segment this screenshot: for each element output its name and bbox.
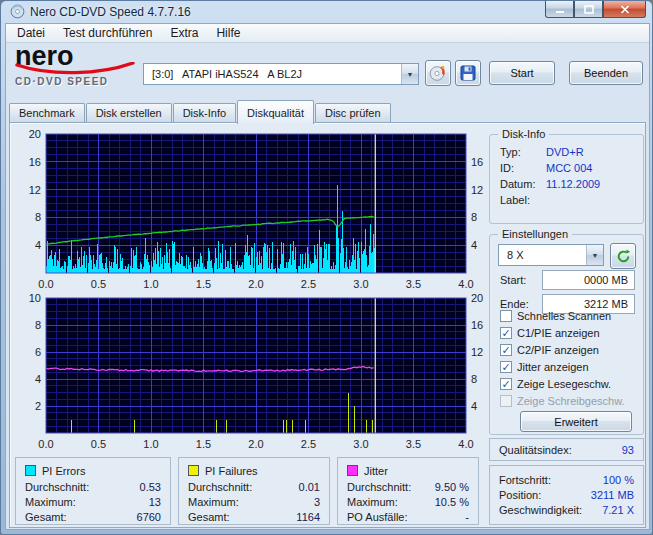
tab-diskqualität[interactable]: Diskqualität bbox=[237, 100, 314, 124]
svg-text:2.5: 2.5 bbox=[301, 278, 316, 290]
svg-text:4: 4 bbox=[35, 373, 41, 385]
stat-label: Durchschnitt: bbox=[25, 481, 89, 493]
svg-text:4: 4 bbox=[35, 239, 41, 251]
progress-row-geschwindigkeit: Geschwindigkeit:7.21 X bbox=[499, 503, 634, 518]
tab-benchmark[interactable]: Benchmark bbox=[9, 103, 85, 122]
svg-text:1.5: 1.5 bbox=[196, 438, 211, 450]
svg-text:16: 16 bbox=[471, 319, 483, 331]
minimize-button[interactable] bbox=[545, 1, 574, 18]
svg-text:0.5: 0.5 bbox=[91, 278, 106, 290]
refresh-icon bbox=[616, 249, 631, 264]
progress-label: Fortschritt: bbox=[499, 474, 551, 486]
progress-panel: Fortschritt:100 %Position:3211 MBGeschwi… bbox=[489, 465, 644, 525]
speed-selector[interactable]: 8 X ▼ bbox=[498, 244, 604, 266]
svg-text:2.0: 2.0 bbox=[248, 278, 263, 290]
stat-row-gesamt: Gesamt:1164 bbox=[188, 509, 320, 524]
advanced-button[interactable]: Erweitert bbox=[520, 411, 632, 432]
stat-row-maximum: Maximum:13 bbox=[25, 494, 161, 509]
menu-item-test-durchführen[interactable]: Test durchführen bbox=[54, 24, 161, 42]
stat-title: Jitter bbox=[364, 465, 388, 477]
field-start: Start:0000 MB bbox=[490, 268, 643, 292]
checkbox-jitter-anzeigen[interactable]: ✓Jitter anzeigen bbox=[490, 358, 643, 375]
burn-disc-button[interactable] bbox=[425, 60, 451, 86]
svg-text:4: 4 bbox=[471, 239, 477, 251]
stat-title: PI Failures bbox=[205, 465, 258, 477]
stat-label: Maximum: bbox=[188, 496, 239, 508]
checkbox-box bbox=[500, 310, 512, 322]
settings-title: Einstellungen bbox=[498, 228, 572, 240]
checkbox-zeige-lesegeschw[interactable]: ✓Zeige Lesegeschw. bbox=[490, 375, 643, 392]
checkbox-box bbox=[500, 395, 512, 407]
legend-swatch-pi-failures bbox=[188, 465, 199, 476]
legend-swatch-pi-errors bbox=[25, 465, 36, 476]
refresh-button[interactable] bbox=[610, 243, 636, 269]
speed-selector-value: 8 X bbox=[499, 249, 586, 261]
disk-info-row-id: ID:MCC 004 bbox=[490, 160, 643, 176]
svg-text:0.0: 0.0 bbox=[38, 278, 53, 290]
field-input-start[interactable]: 0000 MB bbox=[542, 270, 635, 290]
menu-item-hilfe[interactable]: Hilfe bbox=[207, 24, 249, 42]
stat-label: Maximum: bbox=[25, 496, 76, 508]
svg-text:12: 12 bbox=[471, 184, 483, 196]
stat-value: 0.01 bbox=[299, 481, 320, 493]
disk-info-value: 11.12.2009 bbox=[546, 178, 600, 190]
start-button[interactable]: Start bbox=[489, 61, 555, 85]
maximize-icon bbox=[584, 5, 594, 14]
window-title: Nero CD-DVD Speed 4.7.7.16 bbox=[30, 5, 191, 19]
svg-text:3.0: 3.0 bbox=[353, 278, 368, 290]
tab-disk-erstellen[interactable]: Disk erstellen bbox=[86, 103, 172, 122]
menu-item-extra[interactable]: Extra bbox=[161, 24, 207, 42]
disk-info-label: Datum: bbox=[500, 178, 546, 190]
checkbox-label: C1/PIE anzeigen bbox=[517, 327, 600, 339]
stat-title: PI Errors bbox=[42, 465, 85, 477]
pi-errors-chart: 201612841612840.00.51.01.52.02.53.03.54.… bbox=[11, 129, 487, 293]
chevron-down-icon: ▼ bbox=[401, 64, 418, 84]
stat-row-maximum: Maximum:3 bbox=[188, 494, 320, 509]
disc-burn-icon bbox=[429, 64, 447, 82]
stat-label: Gesamt: bbox=[188, 511, 230, 523]
maximize-button[interactable] bbox=[574, 1, 603, 18]
stat-label: Durchschnitt: bbox=[188, 481, 252, 493]
stat-value: 13 bbox=[149, 496, 161, 508]
svg-text:20: 20 bbox=[471, 293, 483, 304]
drive-selector[interactable]: [3:0] ATAPI iHAS524 A BL2J ▼ bbox=[143, 63, 419, 85]
stat-row-durchschnitt: Durchschnitt:0.53 bbox=[25, 479, 161, 494]
tab-disc-prüfen[interactable]: Disc prüfen bbox=[315, 103, 391, 122]
svg-text:8: 8 bbox=[471, 373, 477, 385]
close-button[interactable] bbox=[603, 1, 646, 18]
progress-label: Position: bbox=[499, 489, 541, 501]
tab-disk-info[interactable]: Disk-Info bbox=[173, 103, 236, 122]
stat-label: Maximum: bbox=[347, 496, 398, 508]
checkbox-c2-pif-anzeigen[interactable]: ✓C2/PIF anzeigen bbox=[490, 341, 643, 358]
disk-info-label: Typ: bbox=[500, 146, 546, 158]
settings-group: Einstellungen 8 X ▼ Start:0000 MBEnde:32… bbox=[489, 234, 644, 435]
disk-info-row-typ: Typ:DVD+R bbox=[490, 144, 643, 160]
stat-value: 0.53 bbox=[140, 481, 161, 493]
quality-index-label: Qualitätsindex: bbox=[499, 444, 572, 456]
checkbox-schnelles-scannen[interactable]: Schnelles Scannen bbox=[490, 307, 643, 324]
svg-text:1.0: 1.0 bbox=[143, 438, 158, 450]
disk-info-row-label: Label: bbox=[490, 192, 643, 208]
stat-row-maximum: Maximum:10.5 % bbox=[347, 494, 469, 509]
svg-text:8: 8 bbox=[35, 211, 41, 223]
minimize-icon bbox=[555, 5, 565, 14]
checkbox-box: ✓ bbox=[500, 344, 512, 356]
tab-strip: BenchmarkDisk erstellenDisk-InfoDiskqual… bbox=[9, 100, 392, 122]
checkbox-label: Zeige Lesegeschw. bbox=[517, 378, 611, 390]
checkbox-label: C2/PIF anzeigen bbox=[517, 344, 599, 356]
menu-item-datei[interactable]: Datei bbox=[8, 24, 54, 42]
disk-info-group: Disk-Info Typ:DVD+RID:MCC 004Datum:11.12… bbox=[489, 134, 644, 224]
stat-label: Durchschnitt: bbox=[347, 481, 411, 493]
stat-value: 6760 bbox=[137, 511, 161, 523]
quit-button[interactable]: Beenden bbox=[569, 61, 643, 85]
stat-label: PO Ausfälle: bbox=[347, 511, 408, 523]
progress-row-position: Position:3211 MB bbox=[499, 488, 634, 503]
save-button[interactable] bbox=[455, 60, 481, 86]
svg-text:3.5: 3.5 bbox=[406, 278, 421, 290]
svg-text:6: 6 bbox=[35, 346, 41, 358]
svg-text:1.0: 1.0 bbox=[143, 278, 158, 290]
checkbox-c1-pie-anzeigen[interactable]: ✓C1/PIE anzeigen bbox=[490, 324, 643, 341]
disk-info-label: ID: bbox=[500, 162, 546, 174]
stat-header: Jitter bbox=[347, 462, 469, 479]
title-bar[interactable]: Nero CD-DVD Speed 4.7.7.16 bbox=[1, 1, 653, 23]
